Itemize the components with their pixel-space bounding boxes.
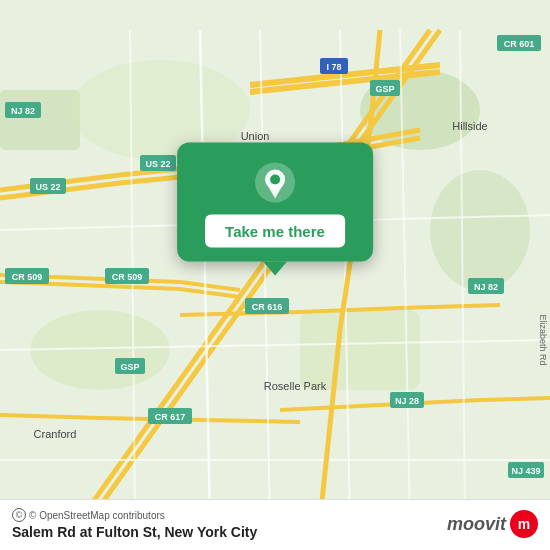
svg-text:NJ 28: NJ 28	[395, 396, 419, 406]
svg-text:GSP: GSP	[375, 84, 394, 94]
svg-text:CR 509: CR 509	[12, 272, 43, 282]
svg-text:NJ 82: NJ 82	[11, 106, 35, 116]
svg-text:Hillside: Hillside	[452, 120, 487, 132]
svg-text:GSP: GSP	[120, 362, 139, 372]
svg-text:CR 616: CR 616	[252, 302, 283, 312]
svg-point-55	[270, 175, 280, 185]
svg-text:Elizabeth Rd: Elizabeth Rd	[538, 314, 548, 365]
svg-text:Union: Union	[241, 130, 270, 142]
card-arrow	[263, 262, 287, 276]
location-popup: Take me there	[177, 143, 373, 276]
svg-text:CR 601: CR 601	[504, 39, 535, 49]
moovit-text: moovit	[447, 514, 506, 535]
take-me-there-button[interactable]: Take me there	[205, 215, 345, 248]
location-title: Salem Rd at Fulton St, New York City	[12, 524, 257, 540]
svg-text:Cranford: Cranford	[34, 428, 77, 440]
osm-circle-icon: ©	[12, 508, 26, 522]
svg-text:NJ 439: NJ 439	[511, 466, 540, 476]
location-pin-icon	[253, 161, 297, 205]
svg-point-2	[430, 170, 530, 290]
green-card: Take me there	[177, 143, 373, 262]
svg-text:CR 617: CR 617	[155, 412, 186, 422]
svg-text:US 22: US 22	[35, 182, 60, 192]
svg-text:NJ 82: NJ 82	[474, 282, 498, 292]
attribution: © © OpenStreetMap contributors	[12, 508, 257, 522]
svg-rect-3	[300, 310, 420, 390]
svg-rect-5	[0, 90, 80, 150]
osm-text: © OpenStreetMap contributors	[29, 510, 165, 521]
svg-text:US 22: US 22	[145, 159, 170, 169]
moovit-icon: m	[510, 510, 538, 538]
svg-text:CR 509: CR 509	[112, 272, 143, 282]
svg-text:I 78: I 78	[326, 62, 341, 72]
bottom-bar: © © OpenStreetMap contributors Salem Rd …	[0, 499, 550, 550]
svg-text:Roselle Park: Roselle Park	[264, 380, 327, 392]
bottom-left: © © OpenStreetMap contributors Salem Rd …	[12, 508, 257, 540]
moovit-logo: moovit m	[447, 510, 538, 538]
map-container: NJ 82 CR 601 I 78 GSP Hillside US 22 US …	[0, 0, 550, 550]
